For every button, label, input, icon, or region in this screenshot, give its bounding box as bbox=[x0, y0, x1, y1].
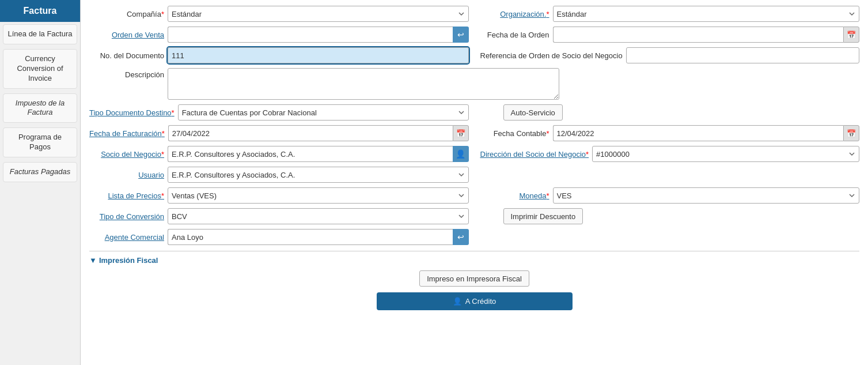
organizacion-select[interactable]: Estándar bbox=[553, 6, 860, 22]
impreso-impresora-button[interactable]: Impreso en Impresora Fiscal bbox=[419, 270, 529, 287]
compania-field: Compañía* Estándar bbox=[89, 6, 469, 22]
sidebar-item-linea-factura[interactable]: Línea de la Factura bbox=[3, 24, 77, 44]
tipo-doc-destino-label[interactable]: Tipo Documento Destino* bbox=[89, 108, 175, 117]
fecha-contable-calendar-button[interactable]: 📅 bbox=[843, 125, 859, 141]
socio-negocio-label[interactable]: Socio del Negocio* bbox=[89, 150, 164, 159]
credito-icon: 👤 bbox=[453, 297, 462, 306]
impresion-fiscal-section: ▼ Impresión Fiscal bbox=[89, 251, 859, 265]
fecha-facturacion-calendar-button[interactable]: 📅 bbox=[453, 125, 469, 141]
main-form: Compañía* Estándar Organización.* Estánd… bbox=[81, 0, 868, 365]
usuario-field: Usuario E.R.P. Consultores y Asociados, … bbox=[89, 167, 469, 183]
moneda-field: Moneda* VES bbox=[480, 187, 860, 204]
usuario-label[interactable]: Usuario bbox=[89, 171, 164, 179]
fecha-orden-field: Fecha de la Orden 📅 bbox=[480, 27, 860, 43]
ref-orden-label: Referencia de Orden de Socio del Negocio bbox=[480, 51, 623, 60]
orden-venta-lookup-button[interactable]: ↩ bbox=[453, 27, 469, 43]
usuario-select[interactable]: E.R.P. Consultores y Asociados, C.A. bbox=[168, 167, 469, 183]
lista-precios-label[interactable]: Lista de Precios* bbox=[89, 191, 164, 200]
fecha-contable-input[interactable] bbox=[553, 125, 844, 141]
orden-venta-field: Orden de Venta ↩ bbox=[89, 27, 469, 43]
tipo-conversion-field: Tipo de Conversión BCV bbox=[89, 208, 469, 224]
agente-comercial-field: Agente Comercial ↩ bbox=[89, 229, 469, 245]
agente-comercial-input[interactable] bbox=[168, 229, 453, 245]
fecha-facturacion-label[interactable]: Fecha de Facturación* bbox=[89, 129, 165, 138]
compania-select[interactable]: Estándar bbox=[168, 6, 469, 22]
ref-orden-field: Referencia de Orden de Socio del Negocio bbox=[480, 47, 860, 63]
moneda-label[interactable]: Moneda* bbox=[480, 191, 549, 200]
tipo-doc-destino-field: Tipo Documento Destino* Factura de Cuent… bbox=[89, 104, 469, 121]
sidebar-item-impuesto-factura[interactable]: Impuesto de la Factura bbox=[3, 93, 77, 123]
descripcion-textarea[interactable] bbox=[168, 68, 559, 100]
fecha-orden-input[interactable] bbox=[553, 27, 844, 43]
compania-label: Compañía* bbox=[89, 10, 164, 18]
socio-negocio-contact-button[interactable]: 👤 bbox=[453, 146, 469, 162]
no-documento-field: No. del Documento bbox=[89, 47, 469, 63]
descripcion-label: Descripción bbox=[89, 68, 164, 79]
sidebar-item-currency-conversion[interactable]: Currency Conversion of Invoice bbox=[3, 49, 77, 89]
socio-negocio-input[interactable] bbox=[168, 146, 453, 162]
tipo-doc-destino-select[interactable]: Factura de Cuentas por Cobrar Nacional bbox=[178, 104, 469, 121]
dir-socio-field: Dirección del Socio del Negocio* #100000… bbox=[480, 146, 860, 162]
no-documento-label: No. del Documento bbox=[89, 51, 164, 60]
agente-comercial-lookup-button[interactable]: ↩ bbox=[453, 229, 469, 245]
sidebar-item-programa-pagos[interactable]: Programa de Pagos bbox=[3, 127, 77, 157]
fecha-contable-field: Fecha Contable* 📅 bbox=[480, 125, 860, 141]
tipo-conversion-select[interactable]: BCV bbox=[168, 208, 469, 224]
socio-negocio-field: Socio del Negocio* 👤 bbox=[89, 146, 469, 162]
action-row: 👤 A Crédito bbox=[89, 292, 859, 310]
orden-venta-input[interactable] bbox=[168, 27, 453, 43]
sidebar: Factura Línea de la Factura Currency Con… bbox=[0, 0, 81, 365]
imprimir-descuento-button[interactable]: Imprimir Descuento bbox=[503, 208, 583, 224]
dir-socio-select[interactable]: #1000000 bbox=[592, 146, 859, 162]
fecha-orden-label: Fecha de la Orden bbox=[480, 31, 549, 39]
tipo-conversion-label[interactable]: Tipo de Conversión bbox=[89, 212, 164, 221]
fecha-facturacion-input[interactable] bbox=[168, 125, 453, 141]
autoservicio-field: Auto-Servicio bbox=[480, 104, 860, 121]
autoservicio-button[interactable]: Auto-Servicio bbox=[503, 104, 563, 121]
agente-comercial-label[interactable]: Agente Comercial bbox=[89, 233, 164, 242]
sidebar-item-facturas-pagadas[interactable]: Facturas Pagadas bbox=[3, 162, 77, 182]
lista-precios-field: Lista de Precios* Ventas (VES) bbox=[89, 187, 469, 204]
orden-venta-label[interactable]: Orden de Venta bbox=[89, 31, 164, 39]
dir-socio-label[interactable]: Dirección del Socio del Negocio* bbox=[480, 150, 589, 159]
organizacion-label[interactable]: Organización.* bbox=[480, 10, 549, 18]
ref-orden-input[interactable] bbox=[626, 47, 859, 63]
impresion-fiscal-title: ▼ Impresión Fiscal bbox=[89, 256, 859, 265]
no-documento-input[interactable] bbox=[168, 47, 469, 63]
imprimir-descuento-field: Imprimir Descuento bbox=[480, 208, 860, 224]
organizacion-field: Organización.* Estándar bbox=[480, 6, 860, 22]
fecha-orden-calendar-button[interactable]: 📅 bbox=[843, 27, 859, 43]
moneda-select[interactable]: VES bbox=[553, 187, 860, 204]
fecha-facturacion-field: Fecha de Facturación* 📅 bbox=[89, 125, 469, 141]
a-credito-button[interactable]: 👤 A Crédito bbox=[377, 292, 573, 310]
sidebar-header[interactable]: Factura bbox=[0, 0, 80, 22]
lista-precios-select[interactable]: Ventas (VES) bbox=[168, 187, 469, 204]
fecha-contable-label: Fecha Contable* bbox=[480, 129, 549, 138]
triangle-icon: ▼ bbox=[89, 256, 97, 265]
